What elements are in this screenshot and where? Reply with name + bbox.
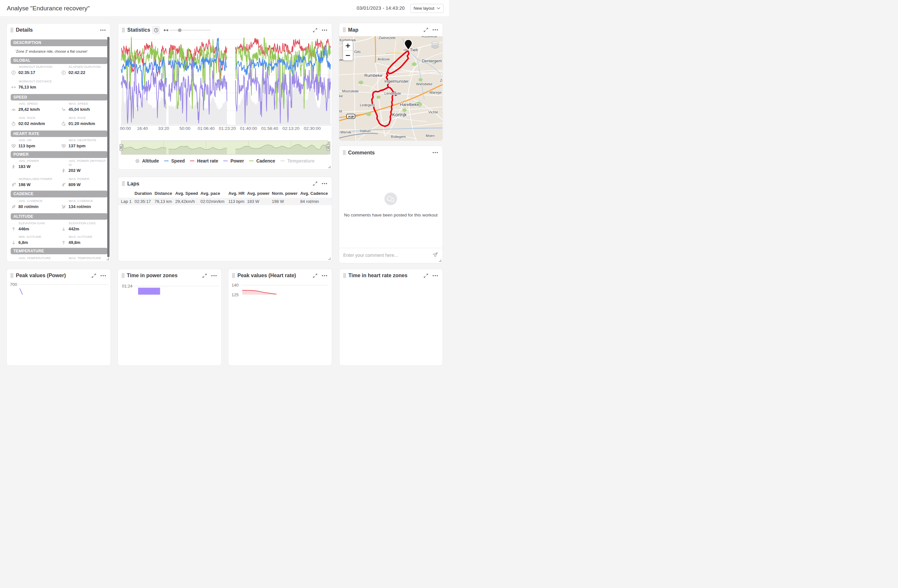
- svg-text:Ingelmunster: Ingelmunster: [384, 79, 409, 84]
- svg-text:16:40: 16:40: [137, 126, 148, 131]
- svg-text:Rumbeke: Rumbeke: [364, 73, 383, 78]
- svg-text:Vichte: Vichte: [428, 110, 438, 114]
- svg-text:Gits: Gits: [354, 50, 361, 54]
- svg-text:Wielsbeke: Wielsbeke: [416, 82, 432, 86]
- svg-text:ld: ld: [339, 109, 342, 113]
- svg-text:02:30:00: 02:30:00: [304, 126, 321, 131]
- svg-text:33:20: 33:20: [158, 126, 169, 131]
- svg-text:Zwevezele: Zwevezele: [378, 36, 396, 40]
- svg-text:Moorslede: Moorslede: [342, 89, 358, 93]
- svg-text:Harelbeke: Harelbeke: [400, 102, 419, 107]
- svg-text:Moen: Moen: [426, 134, 435, 138]
- svg-text:A19: A19: [348, 114, 354, 118]
- svg-text:Ardooie: Ardooie: [378, 57, 390, 61]
- svg-text:00:00: 00:00: [120, 126, 131, 131]
- svg-text:01:06:40: 01:06:40: [198, 126, 215, 131]
- svg-text:02:13:20: 02:13:20: [283, 126, 300, 131]
- svg-text:Ledegem: Ledegem: [360, 103, 375, 107]
- svg-text:Dentergem: Dentergem: [422, 59, 442, 63]
- svg-text:Halluin: Halluin: [360, 129, 371, 133]
- svg-text:50:00: 50:00: [179, 126, 190, 131]
- svg-text:Kortrijk: Kortrijk: [392, 112, 407, 117]
- svg-text:ke: ke: [339, 94, 343, 98]
- svg-text:Rollegem: Rollegem: [391, 135, 406, 139]
- svg-text:Zul: Zul: [440, 79, 443, 82]
- svg-text:Warege: Warege: [429, 91, 441, 94]
- svg-text:01:56:40: 01:56:40: [261, 126, 278, 131]
- svg-text:Lendelede: Lendelede: [384, 91, 401, 95]
- svg-text:A: A: [442, 109, 443, 113]
- svg-text:01:23:20: 01:23:20: [219, 126, 236, 131]
- svg-text:Wervik: Wervik: [340, 130, 351, 134]
- svg-text:01:40:00: 01:40:00: [240, 126, 257, 131]
- svg-text:Tielt: Tielt: [410, 48, 418, 52]
